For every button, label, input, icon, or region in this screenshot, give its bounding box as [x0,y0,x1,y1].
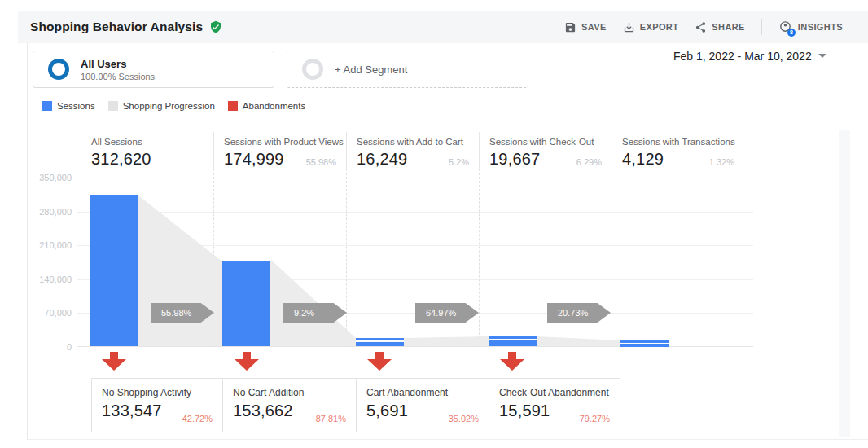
export-label: EXPORT [640,22,679,32]
y-tick: 0 [23,342,72,352]
step-value: 312,620 [91,150,213,169]
segment-text: All Users 100.00% Sessions [81,58,155,81]
abandonment-pct: 42.72% [182,414,213,424]
segment-detail: 100.00% Sessions [81,72,155,81]
insights-label: INSIGHTS [798,22,843,32]
share-button[interactable]: SHARE [695,21,745,33]
step-header-all-sessions: All Sessions 312,620 [81,132,213,173]
bar-all-sessions [90,195,138,346]
abandonment-pct: 35.02% [449,414,479,424]
legend-label: Sessions [57,101,95,111]
abandonment-arrow-icon [235,352,259,371]
add-segment-button[interactable]: + Add Segment [287,51,528,88]
progression-arrow: 9.2% [283,303,347,323]
y-tick: 70,000 [23,308,72,318]
legend-item-sessions: Sessions [42,101,95,111]
legend-label: Abandonments [243,101,305,111]
step-label: Sessions with Add to Cart [357,137,479,147]
progression-arrow: 64.97% [415,303,479,323]
abandonment-pct: 79.27% [580,414,610,424]
share-label: SHARE [712,22,745,32]
abandonment-label: No Shopping Activity [102,387,222,398]
abandonment-arrow-icon [367,352,392,371]
segment-name: All Users [81,58,155,70]
bar-product-views [222,261,270,346]
chevron-down-icon [818,54,826,58]
progression-arrow: 20.73% [547,303,611,323]
chart-legend: Sessions Shopping Progression Abandonmen… [42,101,305,111]
y-tick: 350,000 [23,173,72,182]
step-label: Sessions with Check-Out [489,137,612,147]
abandonment-card-check-out: Check-Out Abandonment 15,591 79.27% [489,378,620,432]
step-pct: 6.29% [576,157,602,167]
step-header-check-out: Sessions with Check-Out 19,667 6.29% [479,132,612,173]
legend-label: Shopping Progression [123,101,215,111]
insights-icon: 8 [778,20,793,34]
page-title: Shopping Behavior Analysis [30,20,203,34]
save-icon [564,21,576,33]
share-icon [695,21,707,33]
add-segment-label: + Add Segment [335,64,407,76]
scrollbar[interactable] [839,130,850,437]
legend-item-progression: Shopping Progression [108,101,215,111]
abandonment-card-no-shopping: No Shopping Activity 133,547 42.72% [91,378,222,432]
abandonment-pct: 87.81% [316,414,346,424]
toolbar-divider [761,19,762,35]
bar-check-out [489,336,537,346]
step-pct: 55.98% [306,157,336,167]
abandonment-label: Check-Out Abandonment [499,387,620,398]
step-label: Sessions with Product Views [224,137,346,147]
step-pct: 1.32% [709,157,734,167]
step-header-transactions: Sessions with Transactions 4,129 1.32% [612,132,744,173]
download-icon [623,21,635,33]
title-wrap: Shopping Behavior Analysis [30,20,222,34]
verified-shield-icon [209,20,222,33]
bar-add-to-cart [356,338,404,346]
step-pct: 5.2% [449,157,469,167]
step-label: All Sessions [91,137,213,147]
export-button[interactable]: EXPORT [623,21,679,33]
segment-circle-icon [48,59,69,80]
step-header-add-to-cart: Sessions with Add to Cart 16,249 5.2% [346,132,479,173]
y-tick: 210,000 [23,240,72,250]
progression-funnel-shape [81,187,756,347]
empty-segment-circle-icon [302,59,323,80]
save-button[interactable]: SAVE [564,21,607,33]
abandonment-label: Cart Abandonment [366,387,489,398]
y-tick: 140,000 [23,275,72,284]
progression-swatch-icon [108,101,118,111]
insights-badge: 8 [787,29,796,37]
toolbar: SAVE EXPORT SHARE 8 INSIGHTS [564,11,843,43]
gridline [77,178,753,178]
insights-button[interactable]: 8 INSIGHTS [778,20,843,34]
segment-all-users[interactable]: All Users 100.00% Sessions [33,51,274,88]
abandonment-card-cart: Cart Abandonment 5,691 35.02% [356,378,489,432]
step-label: Sessions with Transactions [622,137,744,147]
y-tick: 280,000 [23,207,72,217]
progression-arrow: 55.98% [151,303,214,323]
shopping-behavior-page: Shopping Behavior Analysis SAVE EXPORT S… [0,0,868,448]
date-range-selector[interactable]: Feb 1, 2022 - Mar 10, 2022 [673,49,812,68]
date-range-text: Feb 1, 2022 - Mar 10, 2022 [673,50,812,68]
save-label: SAVE [581,22,607,32]
abandonments-swatch-icon [228,101,238,111]
report-header: Shopping Behavior Analysis SAVE EXPORT S… [18,11,868,43]
abandonment-arrow-icon [500,352,524,371]
bar-transactions [620,340,669,347]
abandonment-card-no-cart: No Cart Addition 153,662 87.81% [222,378,356,432]
legend-item-abandonments: Abandonments [228,101,305,111]
abandonment-label: No Cart Addition [233,387,356,398]
abandonment-arrow-icon [102,352,126,371]
step-header-product-views: Sessions with Product Views 174,999 55.9… [213,132,346,173]
sessions-swatch-icon [42,101,52,111]
